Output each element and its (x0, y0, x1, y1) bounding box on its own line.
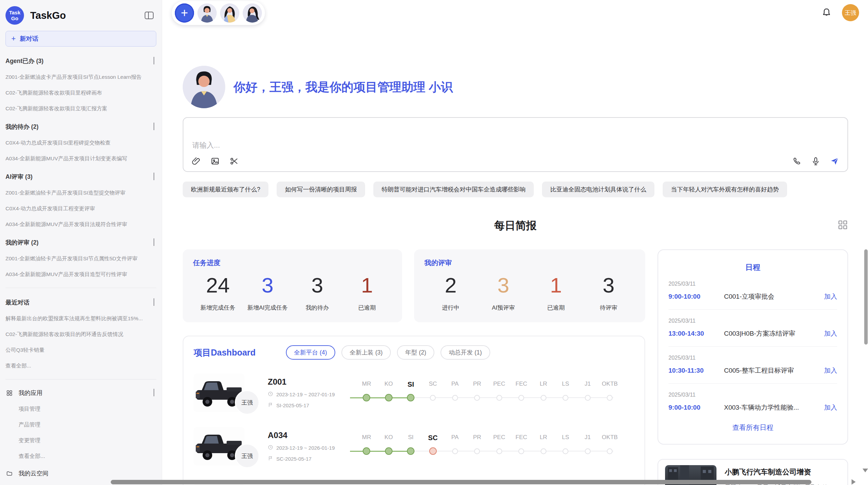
left-column: 任务进度24新增完成任务3新增AI完成任务3我的待办1已逾期我的评审2进行中3A… (183, 249, 645, 485)
plus-icon: + (11, 34, 16, 43)
sidebar-task-item[interactable]: C02-飞腾新能源轻客改款项目立项汇报方案 (5, 105, 156, 112)
horizontal-scrollbar-thumb[interactable] (111, 480, 811, 484)
milestone-dot-done (385, 394, 393, 401)
sidebar-recent-item[interactable]: 公司Q3轻卡销量 (5, 347, 156, 354)
stat-item: 1已逾期 (530, 269, 582, 312)
project-list: 王强Z0012023-12-19 ~ 2027-01-19SI-2025-05-… (194, 373, 634, 485)
suggestion-chip[interactable]: 欧洲新规最近颁布了什么? (183, 182, 268, 197)
new-chat-button[interactable]: + 新对话 (5, 31, 156, 47)
sidebar-recent-view-all[interactable]: 查看全部... (5, 362, 156, 370)
member-avatar-1[interactable] (197, 3, 217, 23)
new-chat-label: 新对话 (20, 35, 38, 43)
event-join-link[interactable]: 加入 (824, 403, 837, 412)
stat-value: 3 (603, 269, 614, 302)
sidebar-task-item[interactable]: Z001-全新燃油轻卡产品开发项目SI节点属性5D文件评审 (5, 255, 156, 262)
sidebar-section-header[interactable]: 我的评审 (2) (5, 238, 156, 247)
event-join-link[interactable]: 加入 (824, 366, 837, 375)
event-date: 2025/03/11 (668, 318, 837, 324)
event-name: C001-立项审批会 (724, 292, 824, 301)
sidebar-task-item[interactable]: A034-全新新能源MUV产品开发项目造型可行性评审 (5, 271, 156, 278)
event-join-link[interactable]: 加入 (824, 292, 837, 301)
member-avatar-2[interactable] (220, 3, 239, 23)
sidebar-task-item[interactable]: Z001-全新燃油皮卡产品开发项目SI节点Lesson Learn报告 (5, 74, 156, 81)
clock-icon (268, 445, 273, 451)
schedule-event: 2025/03/1110:30-11:30C005-整车工程目标评审加入 (668, 355, 837, 375)
sidebar-section-header[interactable]: 我的待办 (2) (5, 123, 156, 131)
suggestion-chip[interactable]: 如何写一份清晰的项目周报 (277, 182, 365, 197)
event-time: 9:00-10:00 (668, 404, 724, 411)
user-avatar[interactable]: 王强 (842, 4, 859, 21)
scroll-right-arrow-icon[interactable] (852, 479, 856, 485)
sidebar-my-apps-header[interactable]: 我的应用 (5, 389, 156, 397)
milestone-label: MR (355, 381, 378, 387)
briefing-columns: 任务进度24新增完成任务3新增AI完成任务3我的待办1已逾期我的评审2进行中3A… (183, 249, 848, 485)
sidebar-app-item[interactable]: 变更管理 (19, 437, 156, 444)
milestone-label: OKTB (599, 434, 621, 441)
sidebar-recent-item[interactable]: C02-飞腾新能源轻客改款项目的闭环通告反馈情况 (5, 331, 156, 338)
scroll-down-arrow-icon[interactable] (863, 469, 868, 472)
logo-text-top: Task (9, 10, 20, 15)
add-member-button[interactable]: + (175, 3, 194, 23)
milestone-dot-pending (518, 448, 524, 454)
sidebar-task-sections: Agent已办 (3)Z001-全新燃油皮卡产品开发项目SI节点Lesson L… (5, 57, 156, 278)
sidebar-app-item[interactable]: 项目管理 (19, 406, 156, 413)
sidebar-task-item[interactable]: Z001-全新燃油轻卡产品开发项目SI造型提交物评审 (5, 189, 156, 197)
sidebar-item-label: 我的云空间 (19, 469, 49, 477)
milestone-dot-pending (541, 395, 546, 401)
milestone-node: PEC (488, 381, 510, 387)
sidebar-section-title: AI评审 (3) (5, 173, 33, 181)
sidebar-recent-header[interactable]: 最近对话 (5, 298, 156, 307)
sidebar-task-item[interactable]: A034-全新新能源MUV产品开发项目计划变更表编写 (5, 155, 156, 162)
milestone-dot-pending (474, 395, 480, 401)
sidebar-task-item[interactable]: C0X4-动力总成开发项目SI里程碑提交物检查 (5, 139, 156, 147)
sidebar-collapse-icon[interactable] (145, 12, 154, 19)
send-icon[interactable] (830, 157, 839, 166)
dashboard-tab[interactable]: 动总开发 (1) (441, 345, 490, 360)
stat-value: 3 (262, 269, 273, 302)
scissors-icon[interactable] (229, 157, 239, 166)
chevron-up-icon (154, 123, 156, 130)
suggestion-chip[interactable]: 当下年轻人对汽车外观有怎样的喜好趋势 (663, 182, 787, 197)
input-actions (792, 157, 839, 166)
milestone-node: PR (466, 434, 489, 441)
schedule-title: 日程 (668, 262, 837, 273)
sidebar-section-header[interactable]: AI评审 (3) (5, 173, 156, 181)
suggestion-chip[interactable]: 比亚迪全固态电池计划具体说了什么 (542, 182, 654, 197)
notification-bell-icon[interactable] (821, 8, 832, 18)
sidebar-recent-item[interactable]: 解释最新出台的欧盟报废车法规再生塑料比例被调至15%... (5, 315, 156, 322)
view-all-schedule-link[interactable]: 查看所有日程 (668, 423, 837, 432)
schedule-event: 2025/03/119:00-10:00C001-立项审批会加入 (668, 281, 837, 301)
event-join-link[interactable]: 加入 (824, 329, 837, 338)
layout-grid-icon[interactable] (839, 221, 847, 229)
event-date: 2025/03/11 (668, 355, 837, 361)
sidebar-task-item[interactable]: A034-全新新能源MUV产品开发项目法规符合性评审 (5, 221, 156, 228)
paperclip-icon[interactable] (192, 157, 201, 166)
microphone-icon[interactable] (811, 157, 820, 166)
milestone-label: J1 (577, 434, 599, 441)
dashboard-tab[interactable]: 全新上装 (3) (341, 345, 391, 360)
milestone-node: PA (444, 381, 466, 387)
milestone-label: PA (444, 434, 466, 441)
member-avatar-3[interactable] (243, 3, 262, 23)
divider (668, 383, 837, 384)
sidebar-task-item[interactable]: C02-飞腾新能源轻客改款项目里程碑画布 (5, 89, 156, 97)
stat-row: 24新增完成任务3新增AI完成任务3我的待办1已逾期 (193, 269, 392, 312)
dashboard-tab[interactable]: 年型 (2) (397, 345, 434, 360)
milestone-label: FEC (510, 434, 533, 441)
event-date: 2025/03/11 (668, 281, 837, 287)
sidebar-task-item[interactable]: C0X4-动力总成开发项目工程变更评审 (5, 205, 156, 212)
chevron-up-icon (154, 389, 156, 397)
phone-icon[interactable] (792, 157, 801, 166)
daily-brief-title: 每日简报 (494, 220, 537, 232)
chat-input[interactable]: 请输入... (192, 140, 220, 150)
sidebar-apps-view-all[interactable]: 查看全部... (19, 453, 156, 460)
image-icon[interactable] (210, 157, 220, 166)
event-name: C003|H0B-方案冻结评审 (724, 329, 824, 338)
dashboard-tab[interactable]: 全新平台 (4) (286, 345, 335, 360)
sidebar-section-header[interactable]: Agent已办 (3) (5, 57, 156, 65)
suggestion-chip[interactable]: 特朗普可能对进口汽车增税会对中国车企造成哪些影响 (373, 182, 534, 197)
sidebar-app-item[interactable]: 产品管理 (19, 421, 156, 428)
sidebar-item-cloud-folder[interactable]: 我的云空间 (5, 469, 156, 477)
stat-label: 进行中 (442, 304, 459, 312)
vertical-scrollbar-thumb[interactable] (864, 249, 868, 345)
